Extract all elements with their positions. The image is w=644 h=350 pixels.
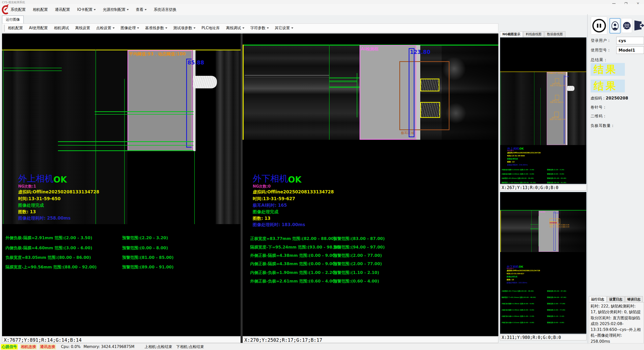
virtual-code-label: 虚拟码： [591, 96, 606, 100]
menu-io-card-config[interactable]: IO卡配置 [77, 7, 96, 12]
warning-range: 预警范围:(2.00 - 77.00) [333, 253, 382, 258]
lower-camera-view[interactable]: AI检测框 极耳区域 123.80 外下相机OK NG次数:0 虚拟码:Offl… [243, 33, 498, 336]
mini-ng-count: NG次数:0 [507, 268, 513, 269]
ai-box-label: AI检测框 [361, 46, 378, 52]
mini-row: 内侧负极-隔膜=4.60mm 范围:(3.00 - 6.00) [502, 173, 534, 175]
mini-row: 负极宽度=83.05mm 范围:(80.00 - 86.00) [502, 178, 534, 179]
app-window: CYS-视觉检测系统 ✕ 系统配置 相机配置 通讯配置 IO卡配置 光源控制配置… [0, 0, 644, 350]
tool-image-process[interactable]: 图像处理 [121, 26, 139, 30]
mini-row: 预警范围:(89.00 - 91.00) [547, 182, 566, 184]
menu-camera-config[interactable]: 相机配置 [33, 7, 48, 12]
ng-thumbnail-upper[interactable]: 平均阈值:93，动态阈值:100 85.88 高度:1.226 宽度:1.775… [500, 37, 587, 184]
model-label: 使用型号： [591, 48, 611, 53]
pause-icon [592, 19, 606, 32]
login-user-field[interactable]: cys [616, 37, 644, 44]
memory-usage: Memory: 3424.41796875M [83, 344, 134, 349]
current-user-button[interactable] [609, 18, 621, 33]
tool-offline-setting[interactable]: 离线设置 [75, 26, 90, 30]
mini-frame-count: 图数: 13 [507, 279, 514, 281]
mini-defect-box [556, 219, 560, 224]
mini-row: 外侧负极-隔膜=2.91mm 范围:(2.00 - 3.50) [502, 169, 534, 171]
mini-defect-box [554, 112, 559, 117]
frame-count-text: 图数: 13 [18, 209, 36, 215]
upper-camera-coords: X:7677;Y:891;R:14;G:14;B:14 [2, 337, 241, 343]
green-hline [95, 111, 194, 112]
tool-offline-debug[interactable]: 离线调试 [226, 26, 244, 30]
green-hline [329, 82, 357, 82]
warning-range: 预警范围:(89.00 - 91.00) [122, 265, 174, 270]
status-bar: 心跳信号 相机连接 通讯连接 Cpu: 0.0% Memory: 3424.41… [0, 343, 644, 350]
tool-camera-config[interactable]: 相机配置 [8, 26, 23, 30]
green-hline [329, 81, 357, 81]
app-logo-icon [1, 4, 9, 15]
pause-button[interactable] [591, 17, 607, 34]
mini-row: 预警范围:(0.00 - 8.00) [547, 173, 564, 175]
tab-error-log[interactable]: 错误日志 [625, 296, 643, 302]
yellow-vline [243, 45, 244, 140]
mini-elapsed: 图像处理耗时: 183.00ms [507, 282, 527, 284]
menu-light-control-config[interactable]: 光源控制配置 [103, 7, 129, 12]
tool-other-settings[interactable]: 其它设置 [275, 26, 293, 30]
function-toolbar: 相机配置 AI使用配置 相机调试 离线设置 点检设置 图像处理 基准线参数 测试… [2, 23, 498, 32]
green-vline [501, 72, 501, 145]
menu-system-config[interactable]: 系统配置 [11, 7, 26, 12]
tiny-annotation: 宽度:0.85 高度:2.4 [550, 101, 563, 103]
view-tab-row: 运行图像 [0, 15, 644, 23]
tool-spot-check[interactable]: 点检设置 [96, 26, 115, 30]
dropdown-arrow-icon [145, 9, 147, 10]
model-field[interactable]: Model1 [616, 46, 644, 54]
measurement-row: 负极宽度=83.05mm 范围:(80.00 - 86.00) [6, 255, 91, 260]
tool-char-params[interactable]: 字符参数 [250, 26, 269, 30]
dropdown-arrow-icon [94, 9, 96, 10]
tab-ng-screenshot[interactable]: NG截图显示 [500, 31, 523, 37]
mini-ai-box-label: AI检测框 [539, 211, 545, 213]
green-hline [95, 114, 194, 115]
measurement-row: 内侧负极-隔膜=4.60mm 范围:(3.00 - 6.00) [6, 246, 92, 251]
user-management-button[interactable] [622, 18, 632, 33]
tool-ai-use-config[interactable]: AI使用配置 [29, 26, 48, 30]
menu-view[interactable]: 查看 [136, 7, 147, 12]
green-hline [3, 71, 62, 71]
mini-row: 正极宽度=83.77mm 范围:(82.00 - 88.00) [502, 290, 534, 292]
measurement-row: 隔膜宽度-上=90.56mm 范围:(88.00 - 92.00) [6, 265, 97, 270]
qr-code-label: 二维码： [591, 114, 607, 119]
run-log-text[interactable]: 耗时: 222, 缺陷检测耗时: 17, 缺陷分类耗时: 0, 缺陷提取分区耗时… [589, 302, 644, 350]
tool-camera-debug[interactable]: 相机调试 [54, 26, 69, 30]
tool-plc-address[interactable]: PLC地址库 [202, 26, 220, 30]
warning-range: 预警范围:(0.60 - 4.00) [333, 279, 379, 284]
tab-detect-box [420, 102, 440, 118]
lower-camera-coords: X:270;Y:2502;R:17;G:17;B:17 [243, 337, 498, 343]
toolbar-drag-handle[interactable] [4, 25, 5, 31]
menu-language-switch[interactable]: 系统语言切换 [154, 7, 176, 12]
tab-setting-log[interactable]: 设置日志 [607, 296, 625, 302]
mini-ng-count: NG次数:1 [507, 150, 514, 152]
green-vline [329, 45, 330, 140]
measurement-row: 内侧正极-隔膜=4.38mm 范围:(0.00 - 9.00) [250, 261, 337, 267]
exit-button[interactable] [634, 17, 644, 34]
tab-line-curve[interactable]: 料线曲线图 [523, 31, 544, 37]
measure-blue-tick [186, 59, 192, 59]
virtual-code-text: 虚拟码:Offline20250208133134728 [18, 189, 99, 195]
tool-test-item-params[interactable]: 测试项参数 [173, 26, 196, 30]
tiny-annotation: 宽度:1.775 高度:1.70 [550, 85, 565, 87]
title-bar: CYS-视觉检测系统 [0, 0, 644, 4]
mini-row: 预警范围:(81.00 - 85.00) [547, 178, 566, 179]
tab-run-log[interactable]: 运行日志 [589, 296, 606, 302]
mini-row: 预警范围:(0.60 - 4.00) [547, 322, 564, 324]
ng-thumbnail-lower[interactable]: AI检测框 123.80 宽度:0.8 高度:0.4 面积:0.06 宽度:1.… [500, 192, 587, 334]
minimize-icon [612, 3, 616, 4]
warning-range: 预警范围:(2.00 - 77.00) [333, 261, 382, 267]
dropdown-arrow-icon [194, 27, 196, 29]
menu-comm-config[interactable]: 通讯配置 [55, 7, 70, 12]
tab-run-image[interactable]: 运行图像 [2, 16, 24, 23]
tool-baseline-params[interactable]: 基准线参数 [145, 26, 167, 30]
process-done-text: 图像处理完成 [253, 209, 278, 215]
camera-name: 外下相机 [253, 173, 288, 185]
upper-camera-view[interactable]: 平均阈值:93，动态阈值:100 85.88 外上相机OK NG次数:1 虚拟码… [2, 33, 241, 336]
mini-virtual-code: 虚拟码:Offline20250208133134728 [507, 270, 540, 272]
comm-connection-status: 通讯连接 [39, 344, 56, 349]
yellow-vline [500, 211, 501, 252]
tab-data-curve[interactable]: 数据曲线图 [544, 31, 565, 37]
mini-row: 外侧正极-负极=2.61mm 范围:(0.60 - 4.00) [502, 322, 534, 324]
camera-ok-status: OK [53, 175, 67, 185]
